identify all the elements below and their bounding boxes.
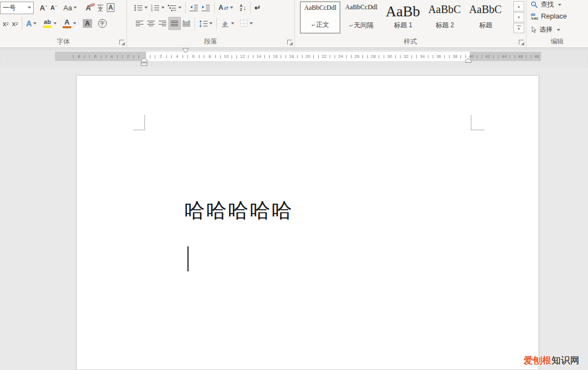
clear-formatting-button[interactable]: A: [84, 1, 95, 14]
chevron-down-icon: [209, 22, 213, 26]
paint-bucket-icon: [221, 20, 229, 27]
ruler-cell: 32: [398, 52, 414, 61]
style-sample-text: AaBbCcDdl: [345, 3, 377, 11]
styles-gallery-scrollbar: ▴ ▾ ▾: [513, 1, 524, 33]
shrink-font-button[interactable]: Aˇ: [49, 1, 58, 14]
chevron-down-icon: [144, 7, 148, 10]
enclose-characters-button[interactable]: 字: [96, 17, 108, 30]
styles-gallery: AaBbCcDdl ↵正文 AaBbCcDdl ↵无间隔 AaBb 标题 1: [300, 2, 505, 33]
font-color-button[interactable]: A: [61, 17, 78, 30]
asian-layout-button[interactable]: A ⇄: [217, 1, 235, 14]
font-dialog-launcher-icon[interactable]: [119, 40, 124, 45]
highlight-color-swatch: [43, 26, 52, 28]
font-group: 一号 Aˆ Aˇ Aa A: [0, 0, 127, 47]
ruler-cell: 34: [414, 52, 431, 61]
borders-button[interactable]: [238, 17, 254, 30]
change-case-button[interactable]: Aa: [62, 1, 78, 14]
ruler-cell: 46: [512, 52, 529, 61]
align-left-button[interactable]: [134, 17, 146, 30]
sort-button[interactable]: AZ ↓: [238, 1, 248, 14]
style-sample-text: AaBbCcDdl: [304, 4, 336, 12]
style-name: 标题 2: [435, 21, 454, 30]
font-size-combo[interactable]: 一号: [0, 2, 34, 14]
ruler-cell: 8: [202, 52, 218, 61]
character-shading-button[interactable]: A: [81, 17, 94, 30]
line-spacing-icon: [199, 20, 208, 27]
up-arrow-icon: ▴: [518, 4, 520, 9]
document-area: 哈哈哈哈哈 爱刨根知识网: [0, 68, 588, 370]
justify-icon: [171, 20, 179, 27]
style-name: 标题 1: [393, 21, 413, 30]
style-gallery-item[interactable]: AaBbC 标题 2: [425, 2, 464, 33]
align-right-icon: [159, 20, 167, 27]
justify-button[interactable]: [168, 17, 181, 30]
margin-crop-mark-top-right: [471, 115, 484, 130]
character-border-button[interactable]: A: [105, 1, 117, 14]
distribute-button[interactable]: [181, 17, 192, 30]
select-button[interactable]: 选择: [531, 25, 560, 34]
divider: [185, 2, 186, 14]
divider: [22, 17, 22, 29]
style-gallery-item[interactable]: AaBb 标题 1: [383, 2, 423, 33]
margin-crop-mark-top-left: [133, 115, 145, 130]
right-indent-marker[interactable]: [465, 58, 472, 63]
grow-font-button[interactable]: Aˆ: [38, 1, 49, 14]
ruler-cell: 26: [349, 52, 365, 61]
styles-dialog-launcher-icon[interactable]: [519, 40, 524, 45]
document-text[interactable]: 哈哈哈哈哈: [184, 197, 293, 225]
style-name: 标题: [478, 21, 492, 30]
show-marks-button[interactable]: ↵: [253, 1, 263, 14]
chevron-down-icon: [250, 22, 253, 26]
pinyin-guide-button[interactable]: wén 文: [96, 1, 105, 14]
more-styles-icon: ▾: [518, 27, 520, 31]
style-name: ↵无间隔: [349, 21, 374, 30]
ruler-cell: 48: [529, 52, 541, 61]
line-spacing-button[interactable]: [197, 17, 214, 30]
text-cursor: [187, 246, 189, 271]
ruler-cell: 18: [283, 52, 300, 61]
align-center-button[interactable]: [146, 17, 157, 30]
document-page[interactable]: 哈哈哈哈哈: [76, 75, 539, 370]
align-right-button[interactable]: [157, 17, 168, 30]
ruler-cell: 14: [251, 52, 267, 61]
word-window: 一号 Aˆ Aˇ Aa A: [0, 0, 588, 370]
chevron-down-icon: [73, 22, 76, 26]
chevron-down-icon: [230, 7, 233, 10]
divider: [216, 17, 217, 29]
decrease-indent-button[interactable]: [188, 1, 200, 14]
subscript-button[interactable]: x2: [1, 17, 10, 30]
chevron-down-icon: [161, 7, 165, 10]
paragraph-style-mark-icon: ↵: [311, 22, 316, 28]
ruler-cell: 28: [365, 52, 381, 61]
paragraph-style-mark-icon: ↵: [349, 23, 354, 28]
style-gallery-item[interactable]: AaBbCcDdl ↵无间隔: [342, 2, 380, 33]
styles-group-label: 样式: [295, 37, 526, 46]
increase-indent-button[interactable]: [200, 1, 212, 14]
first-line-indent-marker[interactable]: [182, 48, 189, 53]
chevron-down-icon: [558, 4, 561, 8]
replace-button[interactable]: ab ↳ac Replace: [531, 12, 567, 20]
bullets-button[interactable]: [132, 1, 149, 14]
left-indent-marker[interactable]: [141, 57, 148, 66]
decrease-indent-icon: [190, 4, 198, 11]
find-button[interactable]: 查找: [531, 0, 561, 9]
paragraph-dialog-launcher-icon[interactable]: [287, 40, 292, 45]
styles-scroll-up-button[interactable]: ▴: [513, 1, 524, 11]
style-gallery-item[interactable]: AaBbC 标题: [466, 2, 505, 33]
numbering-button[interactable]: 123: [149, 1, 166, 14]
ruler-cell: 22: [316, 52, 332, 61]
styles-more-button[interactable]: ▾: [513, 23, 524, 33]
shading-button[interactable]: [219, 17, 236, 30]
text-effects-button[interactable]: A: [25, 17, 38, 30]
ruler-cell: 10: [218, 52, 234, 61]
svg-text:3: 3: [151, 9, 153, 11]
increase-indent-icon: [202, 4, 210, 11]
multilevel-list-button[interactable]: [166, 1, 183, 14]
superscript-button[interactable]: x2: [10, 17, 20, 30]
style-gallery-item[interactable]: AaBbCcDdl ↵正文: [300, 2, 340, 33]
numbered-list-icon: 123: [151, 4, 160, 11]
style-sample-text: AaBbC: [469, 3, 502, 16]
highlight-color-button[interactable]: ab: [41, 17, 58, 30]
styles-scroll-down-button[interactable]: ▾: [513, 12, 524, 22]
ruler-cell: 6: [87, 52, 104, 61]
